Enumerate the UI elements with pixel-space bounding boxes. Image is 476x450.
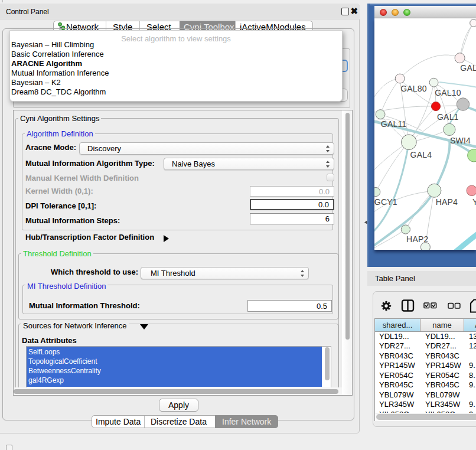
svg-text:GAL1: GAL1: [437, 112, 459, 122]
svg-text:SWI4: SWI4: [450, 136, 471, 145]
svg-text:GAL10: GAL10: [435, 88, 461, 97]
svg-text:GAL11: GAL11: [381, 119, 407, 129]
svg-text:GAL: GAL: [460, 63, 476, 73]
svg-text:GAL4: GAL4: [410, 150, 432, 159]
svg-text:HAP4: HAP4: [436, 197, 458, 207]
svg-text:HAP2: HAP2: [406, 234, 428, 244]
svg-text:GAL80: GAL80: [400, 84, 427, 93]
svg-text:GCY1: GCY1: [374, 197, 397, 207]
svg-text:Y: Y: [472, 197, 476, 207]
